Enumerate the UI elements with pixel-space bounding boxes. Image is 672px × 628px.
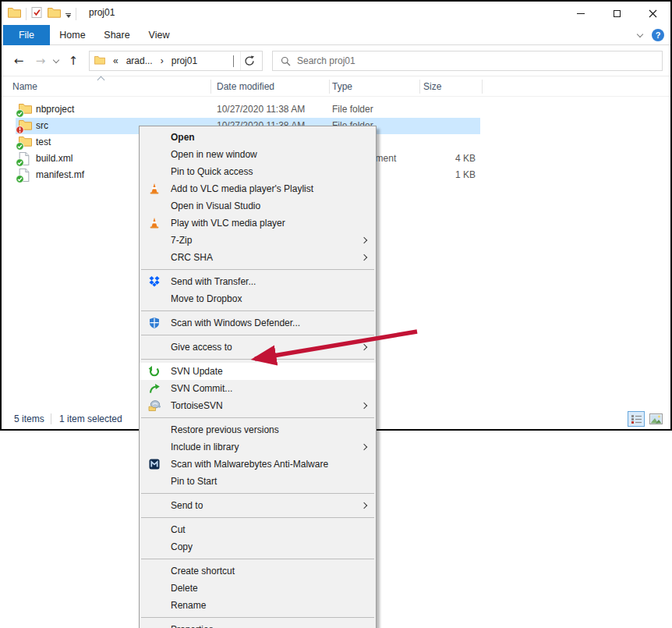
breadcrumb-collapsed[interactable]: « <box>109 55 122 66</box>
menu-item-restore-versions[interactable]: Restore previous versions <box>140 421 376 438</box>
toolbar-divider <box>26 8 27 20</box>
details-view-button[interactable] <box>628 411 645 427</box>
file-type: File folder <box>332 104 373 115</box>
menu-item-tortoisesvn[interactable]: TortoiseSVN <box>140 397 376 414</box>
back-button[interactable]: ← <box>9 45 28 76</box>
menu-item-open[interactable]: Open <box>140 129 376 146</box>
menu-separator <box>141 335 374 335</box>
column-divider <box>329 80 330 94</box>
svn-ok-badge-icon <box>16 158 24 167</box>
maximize-icon <box>614 10 621 17</box>
folder-icon <box>90 55 109 67</box>
refresh-button[interactable] <box>240 51 262 70</box>
minimize-icon <box>577 13 585 14</box>
tab-view[interactable]: View <box>139 25 179 45</box>
recent-locations-dropdown-icon[interactable] <box>50 45 62 76</box>
menu-separator <box>141 493 374 494</box>
table-row[interactable]: nbproject 10/27/2020 11:38 AM File folde… <box>16 101 480 118</box>
address-dropdown-icon[interactable] <box>227 55 240 66</box>
menu-separator <box>141 617 374 618</box>
tab-home[interactable]: Home <box>50 25 95 45</box>
menu-item-pin-quick-access[interactable]: Pin to Quick access <box>140 163 376 180</box>
column-divider <box>419 80 420 94</box>
menu-item-open-visual-studio[interactable]: Open in Visual Studio <box>140 197 376 215</box>
status-selected-count: 1 item selected <box>59 413 122 424</box>
breadcrumb-parent[interactable]: arad... <box>122 55 157 66</box>
column-header-size[interactable]: Size <box>423 81 441 92</box>
refresh-icon <box>244 55 255 66</box>
expand-ribbon-icon[interactable] <box>637 30 643 37</box>
thumbnail-view-icon <box>649 413 663 424</box>
menu-item-svn-update[interactable]: SVN Update <box>140 363 376 380</box>
ribbon-tabs: File Home Share View ? <box>2 25 670 45</box>
svn-modified-badge-icon <box>16 126 24 134</box>
address-breadcrumb[interactable]: « arad... › proj01 <box>89 51 263 71</box>
column-header-name[interactable]: Name <box>12 81 37 92</box>
status-item-count: 5 items <box>14 413 44 424</box>
column-header-date[interactable]: Date modified <box>217 81 274 92</box>
menu-item-vlc-add-playlist[interactable]: Add to VLC media player's Playlist <box>140 180 376 197</box>
file-name: manifest.mf <box>36 169 84 180</box>
menu-item-create-shortcut[interactable]: Create shortcut <box>140 562 376 580</box>
thumbnail-view-button[interactable] <box>647 411 664 427</box>
properties-check-icon[interactable] <box>31 6 43 22</box>
file-name: build.xml <box>36 153 73 164</box>
window-controls <box>563 2 670 25</box>
menu-item-copy[interactable]: Copy <box>140 538 376 555</box>
menu-item-send-to[interactable]: Send to <box>140 497 376 514</box>
menu-item-svn-commit[interactable]: SVN Commit... <box>140 380 376 397</box>
quick-access-toolbar <box>8 6 76 22</box>
submenu-arrow-icon <box>361 254 367 261</box>
search-icon <box>281 56 291 66</box>
dropbox-transfer-icon <box>148 275 161 288</box>
menu-item-give-access[interactable]: Give access to <box>140 339 376 356</box>
file-name: nbproject <box>36 104 74 115</box>
vlc-icon <box>148 183 161 195</box>
file-name: test <box>36 137 51 147</box>
close-button[interactable] <box>635 2 670 25</box>
menu-item-vlc-play[interactable]: Play with VLC media player <box>140 215 376 232</box>
up-button[interactable]: ↑ <box>64 45 83 76</box>
forward-button[interactable]: → <box>31 45 50 76</box>
menu-item-crc-sha[interactable]: CRC SHA <box>140 249 376 266</box>
menu-item-cut[interactable]: Cut <box>140 521 376 538</box>
menu-item-pin-start[interactable]: Pin to Start <box>140 473 376 490</box>
menu-item-send-transfer[interactable]: Send with Transfer... <box>140 273 376 290</box>
svn-update-icon <box>148 365 161 378</box>
breadcrumb-current[interactable]: proj01 <box>168 55 201 66</box>
submenu-arrow-icon <box>361 344 367 350</box>
menu-item-delete[interactable]: Delete <box>140 580 376 597</box>
menu-separator <box>141 517 374 518</box>
menu-item-rename[interactable]: Rename <box>140 597 376 614</box>
menu-item-move-dropbox[interactable]: Move to Dropbox <box>140 290 376 307</box>
svn-ok-badge-icon <box>16 109 24 118</box>
tab-file[interactable]: File <box>3 25 50 45</box>
breadcrumb-separator-icon[interactable]: › <box>157 55 168 66</box>
minimize-button[interactable] <box>563 2 599 25</box>
search-input[interactable]: Search proj01 <box>272 51 663 71</box>
help-icon[interactable]: ? <box>652 29 664 41</box>
column-header-row: Name Date modified Type Size <box>2 76 670 97</box>
menu-item-7zip[interactable]: 7-Zip <box>140 232 376 249</box>
customize-toolbar-dropdown-icon[interactable] <box>65 10 71 18</box>
menu-separator <box>141 417 374 418</box>
column-header-type[interactable]: Type <box>332 81 352 92</box>
status-divider <box>51 413 51 424</box>
svn-ok-badge-icon <box>16 142 24 151</box>
new-folder-icon[interactable] <box>48 7 61 21</box>
menu-item-scan-malwarebytes[interactable]: Scan with Malwarebytes Anti-Malware <box>140 456 376 473</box>
file-date: 10/27/2020 11:38 AM <box>217 104 305 115</box>
menu-separator <box>141 310 374 311</box>
screenshot-stage: proj01 File Home Share View ? ← → <box>0 0 672 628</box>
maximize-button[interactable] <box>599 2 635 25</box>
menu-item-open-new-window[interactable]: Open in new window <box>140 146 376 163</box>
menu-item-include-library[interactable]: Include in library <box>140 438 376 456</box>
menu-separator <box>141 269 374 270</box>
menu-item-properties[interactable]: Properties <box>140 621 376 628</box>
file-size: 4 KB <box>415 153 476 164</box>
menu-item-scan-defender[interactable]: Scan with Windows Defender... <box>140 314 376 332</box>
windows-defender-shield-icon <box>148 317 161 329</box>
title-bar: proj01 <box>2 2 670 25</box>
close-icon <box>649 9 657 18</box>
tab-share[interactable]: Share <box>95 25 139 45</box>
